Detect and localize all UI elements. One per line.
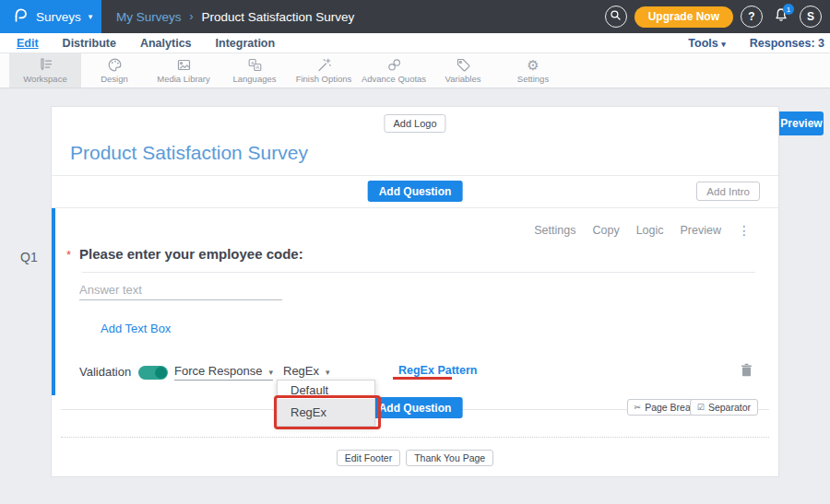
magic-wand-icon [288,57,360,73]
toolbar-item-variables[interactable]: Variables [427,53,499,88]
chain-links-icon [358,57,430,73]
toolbar-item-workspace[interactable]: Workspace [9,53,81,88]
svg-text:A: A [255,64,259,70]
user-avatar[interactable]: S [800,6,822,28]
answer-text-input[interactable] [79,280,282,300]
validation-type-menu: Default RegEx [277,380,375,427]
toolbar-item-settings[interactable]: ⚙ Settings [497,53,569,88]
divider [52,175,778,176]
toolbar-item-advance-quotas[interactable]: Advance Quotas [358,53,430,88]
questionpro-survey-editor: Surveys ▾ My Surveys › Product Satisfact… [0,0,830,504]
question-mark-icon: ? [748,10,754,23]
chevron-down-icon: ▾ [89,13,93,21]
question-number-label: Q1 [20,250,38,264]
question-text[interactable]: Please enter your employee code: [79,246,303,262]
toolbar-item-finish-options[interactable]: Finish Options [288,53,360,88]
survey-nav-bar: Edit Distribute Analytics Integration To… [0,33,830,53]
toolbar-item-languages[interactable]: a A Languages [219,53,290,88]
regex-pattern-link[interactable]: RegEx Pattern [398,364,477,377]
separator-button[interactable]: ☑ Separator [690,399,758,416]
nav-right: Tools ▾ Responses: 3 [688,33,824,53]
workspace-icon [9,57,81,73]
gear-icon: ⚙ [497,57,569,73]
question-actions: Settings Copy Logic Preview ⋮ [534,223,751,238]
tab-integration[interactable]: Integration [216,37,276,50]
dotted-divider [61,437,769,438]
question-copy-link[interactable]: Copy [592,224,619,237]
help-button[interactable]: ? [741,6,763,28]
image-icon [148,57,219,73]
tools-menu[interactable]: Tools ▾ [688,37,725,50]
tab-distribute[interactable]: Distribute [63,37,116,50]
thank-you-page-button[interactable]: Thank You Page [406,450,493,466]
breadcrumb: My Surveys › Product Satisfaction Survey [116,0,354,33]
chevron-down-icon: ▾ [268,368,273,377]
add-question-button-bottom[interactable]: Add Question [368,397,463,418]
translate-icon: a A [219,57,290,73]
question-settings-link[interactable]: Settings [534,224,575,237]
kebab-menu-icon[interactable]: ⋮ [738,223,751,238]
surveys-app-menu[interactable]: Surveys ▾ [0,0,101,33]
question-underline [82,272,755,273]
breadcrumb-current-survey: Product Satisfaction Survey [202,10,355,24]
questionpro-logo-icon [12,6,29,28]
breadcrumb-separator: › [190,10,194,23]
menu-item-default[interactable]: Default [278,381,374,399]
toggle-knob [155,367,167,379]
toolbar-item-media-library[interactable]: Media Library [148,53,219,88]
nav-tabs: Edit Distribute Analytics Integration [17,33,275,53]
topbar-actions: Upgrade Now ? 1 S [605,0,822,33]
add-intro-button[interactable]: Add Intro [696,182,760,201]
edit-footer-button[interactable]: Edit Footer [337,450,400,466]
question-logic-link[interactable]: Logic [636,224,664,237]
app-menu-label: Surveys [36,10,81,24]
validation-type-dropdown[interactable]: RegEx▾ [283,364,330,378]
question-preview-link[interactable]: Preview [681,224,721,237]
required-asterisk: * [66,248,71,262]
menu-item-regex[interactable]: RegEx [278,399,374,426]
toolbar-item-design[interactable]: Design [78,53,150,88]
notification-badge: 1 [783,4,794,15]
breadcrumb-my-surveys[interactable]: My Surveys [116,10,182,24]
editor-toolbar: Workspace Design Media Library [0,53,830,88]
notifications-button[interactable]: 1 [770,6,792,28]
add-question-button-top[interactable]: Add Question [368,181,463,202]
validation-label: Validation [79,365,131,379]
validation-row: Validation Force Response▾ RegEx▾ RegEx … [55,362,778,382]
avatar-initial: S [807,10,814,23]
chevron-down-icon: ▾ [326,368,330,377]
validation-toggle[interactable] [138,366,168,380]
tag-icon [427,57,499,73]
add-logo-button[interactable]: Add Logo [384,114,445,133]
survey-title[interactable]: Product Satisfaction Survey [70,142,308,164]
search-button[interactable] [605,6,627,28]
question-card: Settings Copy Logic Preview ⋮ * Please e… [52,208,778,395]
trash-icon[interactable] [741,363,753,381]
add-text-box-link[interactable]: Add Text Box [101,322,171,335]
checkbox-icon: ☑ [697,403,705,412]
survey-canvas: Add Logo Product Satisfaction Survey Add… [51,106,779,477]
survey-footer-buttons: Edit Footer Thank You Page [52,450,778,466]
scissors-icon: ✂ [634,403,642,412]
tab-edit[interactable]: Edit [17,37,39,50]
question-text-row: * Please enter your employee code: [66,246,303,262]
top-bar: Surveys ▾ My Surveys › Product Satisfact… [0,0,830,33]
chevron-down-icon: ▾ [721,40,726,49]
search-icon [610,9,622,24]
palette-icon [78,57,150,73]
responses-count[interactable]: Responses: 3 [750,37,824,50]
force-response-dropdown[interactable]: Force Response▾ [174,364,273,381]
tab-analytics[interactable]: Analytics [140,37,192,50]
upgrade-now-button[interactable]: Upgrade Now [634,6,733,28]
